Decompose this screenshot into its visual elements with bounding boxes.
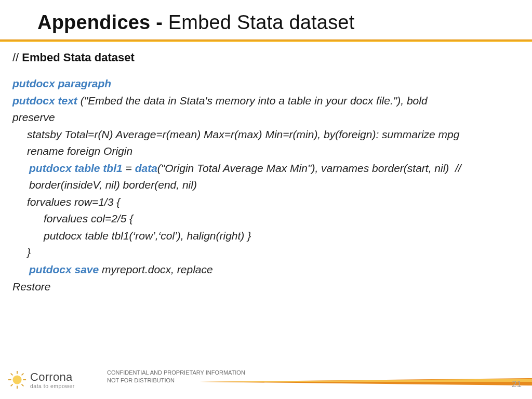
keyword: putdocx text xyxy=(12,95,81,107)
code-text: ("Embed the data in Stata's memory into … xyxy=(81,95,428,107)
section-header: // Embed Stata dataset xyxy=(12,51,135,64)
svg-line-8 xyxy=(11,384,13,387)
svg-line-5 xyxy=(11,374,13,376)
code-text: = xyxy=(126,162,135,174)
title-bold: Appendices - xyxy=(37,11,168,33)
code-text: myreport.docx, replace xyxy=(102,263,213,275)
legal-line: CONFIDENTIAL AND PROPRIETARY INFORMATION xyxy=(107,369,245,377)
section-main: Embed Stata dataset xyxy=(22,51,134,64)
code-line: putdocx table tbl1(‘row’,‘col’), halign(… xyxy=(12,228,520,245)
slide-title: Appendices - Embed Stata dataset xyxy=(37,11,354,34)
svg-line-6 xyxy=(22,384,24,387)
svg-point-0 xyxy=(12,375,21,384)
footer: Corrona data to empower CONFIDENTIAL AND… xyxy=(0,363,532,399)
code-line: rename foreign Origin xyxy=(12,143,520,160)
code-block: putdocx paragraph putdocx text ("Embed t… xyxy=(12,75,520,295)
code-line: forvalues col=2/5 { xyxy=(12,210,520,228)
brand-logo: Corrona data to empower xyxy=(7,370,75,390)
code-line: forvalues row=1/3 { xyxy=(12,194,520,211)
code-line: putdocx text ("Embed the data in Stata's… xyxy=(12,92,520,110)
page-number: 21 xyxy=(512,379,522,390)
keyword: putdocx paragraph xyxy=(12,77,111,89)
code-line: } xyxy=(12,244,520,261)
keyword: putdocx table tbl1 xyxy=(29,162,126,174)
code-line: putdocx save myreport.docx, replace xyxy=(12,261,520,278)
brand-text: Corrona data to empower xyxy=(30,370,75,389)
slide: Appendices - Embed Stata dataset // Embe… xyxy=(0,0,532,399)
title-divider xyxy=(0,39,532,42)
title-rest: Embed Stata dataset xyxy=(168,11,355,33)
section-prefix: // xyxy=(12,51,22,64)
keyword: data xyxy=(135,162,157,174)
code-line: putdocx table tbl1 = data("Origin Total … xyxy=(12,160,520,194)
brand-tagline: data to empower xyxy=(30,383,75,389)
code-line: putdocx paragraph xyxy=(12,75,520,92)
footer-wedge xyxy=(200,378,532,384)
code-line: preserve xyxy=(12,109,520,126)
keyword: putdocx save xyxy=(29,263,102,275)
svg-line-7 xyxy=(22,374,24,376)
brand-name: Corrona xyxy=(30,370,75,384)
code-line: statsby Total=r(N) Average=r(mean) Max=r… xyxy=(12,126,520,143)
code-line: Restore xyxy=(12,278,520,296)
sun-icon xyxy=(7,370,27,390)
